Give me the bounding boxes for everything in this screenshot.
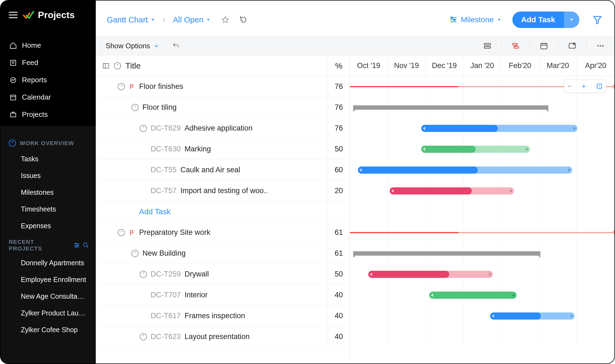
task-row[interactable]: ⌃Floor finishes76	[96, 76, 350, 97]
filter-icon[interactable]	[591, 14, 603, 26]
group-by-selector[interactable]: Milestone	[449, 15, 501, 24]
sidebar-item-calendar[interactable]: Calendar	[1, 89, 96, 106]
collapse-icon[interactable]: ⌃	[118, 83, 125, 90]
undo-icon[interactable]	[172, 42, 180, 50]
collapse-all-icon[interactable]: ⌃	[114, 62, 121, 69]
topbar: Gantt Chart › All Open Milestone Add Tas…	[96, 1, 614, 36]
task-name: Adhesive application	[185, 124, 253, 132]
svg-rect-41	[103, 63, 109, 68]
refresh-icon[interactable]	[240, 16, 247, 24]
task-bar[interactable]	[368, 271, 493, 278]
sidebar-item-label: Reports	[22, 76, 47, 84]
task-id: DC-T707	[151, 291, 181, 299]
svg-rect-29	[513, 43, 518, 45]
task-row[interactable]: DC-T617 Frames inspection40	[96, 306, 350, 326]
summary-bar[interactable]	[353, 251, 541, 256]
columns-icon[interactable]	[102, 62, 109, 69]
task-row[interactable]: ⌃DC-T629 Adhesive application76	[96, 118, 350, 139]
task-row[interactable]: DC-T630 Marking50	[96, 139, 350, 160]
svg-point-46	[599, 86, 600, 87]
milestone-bar[interactable]	[350, 232, 614, 233]
baseline-icon[interactable]	[483, 42, 492, 50]
task-bar[interactable]	[358, 167, 572, 174]
task-bar[interactable]	[421, 125, 577, 132]
work-item-milestones[interactable]: Milestones	[1, 184, 96, 201]
task-bar[interactable]	[390, 187, 514, 194]
task-bar[interactable]	[490, 312, 575, 320]
task-bar[interactable]	[429, 292, 516, 299]
task-bar[interactable]	[421, 146, 530, 153]
work-overview-header[interactable]: ⌃ WORK OVERVIEW	[1, 137, 96, 151]
month-header: Dec '19	[425, 55, 463, 76]
brand[interactable]: Projects	[23, 9, 75, 21]
month-header: Mar'20	[539, 55, 577, 76]
task-percent: 40	[328, 285, 350, 305]
recent-project[interactable]: Donnelly Apartments	[1, 255, 96, 271]
home-icon	[9, 42, 17, 49]
collapse-icon[interactable]: ⌃	[140, 333, 147, 340]
add-task-button[interactable]: Add Task	[512, 12, 579, 28]
task-row[interactable]: ⌃Preparatory Site work61	[96, 222, 350, 243]
task-name: New Building	[142, 249, 186, 258]
task-list-header: ⌃ Title %	[96, 55, 350, 76]
collapse-icon[interactable]: ⌃	[131, 104, 139, 111]
fit-icon[interactable]	[596, 83, 603, 89]
task-percent: 40	[328, 306, 350, 326]
add-task-dropdown[interactable]	[564, 12, 579, 28]
svg-point-12	[77, 245, 78, 246]
svg-point-11	[75, 243, 76, 244]
task-row[interactable]: ⌃DC-T623 Layout presentation40	[96, 326, 350, 347]
more-icon[interactable]	[596, 42, 605, 50]
month-header: Feb'20	[501, 55, 539, 76]
filter-label: All Open	[173, 15, 203, 24]
work-item-timesheets[interactable]: Timesheets	[1, 201, 96, 218]
svg-rect-4	[11, 95, 16, 100]
view-selector[interactable]: Gantt Chart	[107, 15, 155, 24]
gantt-row	[350, 306, 614, 326]
collapse-icon[interactable]: ⌃	[140, 271, 147, 278]
collapse-icon: ⌃	[9, 140, 16, 147]
task-row[interactable]: DC-T707 Interior40	[96, 285, 350, 306]
summary-bar[interactable]	[353, 105, 548, 110]
recent-project[interactable]: Zylker Product Launch	[1, 305, 96, 321]
month-header: Jan '20	[463, 55, 501, 76]
task-row[interactable]: Add Task	[96, 201, 350, 222]
fullscreen-icon[interactable]	[568, 42, 576, 50]
star-icon[interactable]	[221, 16, 229, 24]
task-percent: 50	[328, 139, 350, 159]
zoom-in-button[interactable]: +	[582, 82, 586, 91]
search-icon[interactable]	[83, 242, 89, 249]
recent-project[interactable]: Employee Enrollment	[1, 271, 96, 288]
add-task-inline[interactable]: Add Task	[96, 207, 171, 216]
recent-project[interactable]: New Age Consultancy	[1, 288, 96, 305]
recent-project[interactable]: Zylker Cofee Shop	[1, 321, 96, 338]
sliders-icon[interactable]	[74, 242, 80, 249]
collapse-icon[interactable]: ⌃	[131, 250, 139, 257]
task-row[interactable]: ⌃New Building61	[96, 243, 350, 264]
task-row[interactable]: ⌃DC-T259 Drywall50	[96, 264, 350, 285]
task-percent: 20	[328, 180, 350, 201]
zoom-out-button[interactable]: −	[568, 82, 572, 91]
show-options[interactable]: Show Options	[106, 42, 159, 50]
task-row[interactable]: DC-T55 Caulk and Air seal60	[96, 160, 350, 180]
sidebar-item-projects[interactable]: Projects	[1, 106, 96, 123]
today-icon[interactable]	[540, 42, 548, 50]
filter-selector[interactable]: All Open	[173, 15, 210, 24]
task-id: DC-T617	[151, 312, 181, 320]
hamburger-icon[interactable]	[9, 12, 18, 18]
critical-path-icon[interactable]	[512, 42, 520, 50]
sidebar-item-feed[interactable]: Feed	[1, 54, 96, 71]
sidebar-item-home[interactable]: Home	[1, 37, 96, 54]
collapse-icon[interactable]: ⌃	[118, 229, 125, 236]
work-item-issues[interactable]: Issues	[1, 167, 96, 184]
collapse-icon[interactable]: ⌃	[140, 125, 147, 132]
task-name: Preparatory Site work	[139, 228, 210, 237]
svg-rect-27	[484, 43, 491, 45]
task-percent: 76	[328, 118, 350, 139]
group-by-label: Milestone	[461, 15, 494, 24]
task-row[interactable]: ⌃Floor tiling76	[96, 97, 350, 118]
sidebar-item-reports[interactable]: Reports	[1, 71, 96, 89]
task-row[interactable]: DC-T57 Import and testing of woo..20	[96, 180, 350, 201]
work-item-tasks[interactable]: Tasks	[1, 151, 96, 167]
work-item-expenses[interactable]: Expenses	[1, 218, 96, 234]
